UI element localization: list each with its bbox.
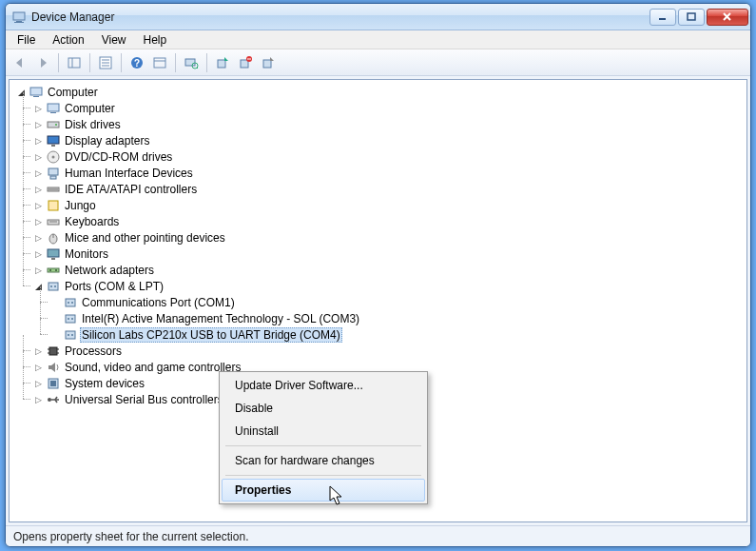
spacer	[49, 329, 61, 341]
toolbar-separator	[89, 53, 90, 72]
window-controls	[649, 9, 748, 26]
tree-category[interactable]: ▷ DVD/CD-ROM drives	[32, 148, 745, 165]
scan-hardware-button[interactable]	[181, 52, 202, 73]
svg-line-19	[197, 68, 198, 69]
action-button[interactable]	[149, 52, 170, 73]
svg-rect-36	[50, 176, 56, 179]
svg-rect-24	[263, 60, 271, 68]
expand-icon[interactable]: ▷	[32, 167, 44, 179]
tree-device[interactable]: Silicon Labs CP210x USB to UART Bridge (…	[49, 326, 745, 343]
node-label: Disk drives	[63, 118, 123, 131]
tree-category[interactable]: ▷ Monitors	[32, 246, 745, 262]
svg-point-47	[49, 269, 51, 271]
port-icon	[63, 295, 78, 310]
tree-category[interactable]: ▷ Computer	[32, 100, 745, 116]
expand-icon[interactable]: ▷	[32, 378, 44, 389]
svg-point-60	[71, 334, 73, 336]
svg-rect-15	[154, 58, 165, 68]
svg-rect-49	[48, 283, 58, 290]
svg-rect-4	[688, 13, 695, 20]
update-driver-button[interactable]	[212, 52, 233, 73]
collapse-icon[interactable]: ◢	[15, 87, 27, 98]
tree-category[interactable]: ▷ IDE ATA/ATAPI controllers	[32, 181, 745, 197]
tree-category[interactable]: ▷ Jungo	[32, 197, 745, 213]
expand-icon[interactable]: ▷	[32, 216, 44, 227]
svg-point-57	[71, 318, 73, 320]
expand-icon[interactable]: ▷	[32, 119, 44, 130]
svg-rect-17	[185, 59, 195, 66]
cm-update-driver[interactable]: Update Driver Software...	[222, 374, 425, 397]
tree-category[interactable]: ▷ Display adapters	[32, 132, 745, 148]
tree-category[interactable]: ▷ Mice and other pointing devices	[32, 229, 745, 246]
menu-help[interactable]: Help	[136, 31, 175, 49]
app-icon	[11, 10, 27, 25]
collapse-icon[interactable]: ◢	[32, 281, 44, 292]
expand-icon[interactable]: ▷	[32, 151, 44, 163]
svg-point-56	[68, 318, 69, 320]
toolbar-separator	[58, 53, 59, 72]
category-icon	[46, 344, 61, 359]
category-icon	[46, 166, 61, 181]
svg-rect-1	[16, 21, 22, 22]
svg-rect-29	[48, 122, 59, 128]
forward-button[interactable]	[32, 52, 53, 73]
maximize-button[interactable]	[678, 9, 705, 26]
tree-device[interactable]: Intel(R) Active Management Technology - …	[49, 310, 745, 326]
tree-category[interactable]: ▷ Keyboards	[32, 213, 745, 229]
tree-root[interactable]: ◢ Computer	[15, 84, 745, 100]
expand-icon[interactable]: ▷	[32, 184, 44, 195]
tree-device[interactable]: Communications Port (COM1)	[49, 294, 745, 310]
svg-rect-52	[66, 299, 75, 306]
svg-rect-39	[48, 201, 58, 210]
expand-icon[interactable]: ▷	[32, 345, 44, 357]
help-button[interactable]: ?	[126, 52, 147, 73]
show-hide-console-tree-button[interactable]	[64, 52, 85, 73]
expand-icon[interactable]: ▷	[32, 394, 44, 405]
svg-rect-7	[68, 58, 80, 68]
properties-button[interactable]	[95, 52, 116, 73]
menu-action[interactable]: Action	[45, 31, 91, 49]
expand-icon[interactable]: ▷	[32, 265, 44, 276]
expand-icon[interactable]: ▷	[32, 248, 44, 260]
category-icon	[46, 149, 61, 165]
disable-button[interactable]	[258, 52, 279, 73]
tree-category[interactable]: ◢ Ports (COM & LPT)	[32, 278, 745, 294]
category-icon	[46, 101, 61, 116]
category-icon	[46, 133, 61, 148]
svg-point-34	[52, 155, 55, 158]
category-icon	[46, 198, 61, 213]
statusbar: Opens property sheet for the current sel…	[6, 525, 750, 546]
cm-separator	[225, 445, 421, 446]
uninstall-button[interactable]	[235, 52, 256, 73]
tree-category[interactable]: ▷ Processors	[32, 343, 745, 359]
tree-category[interactable]: ▷ Disk drives	[32, 116, 745, 132]
tree-category[interactable]: ▷ Network adapters	[32, 262, 745, 278]
expand-icon[interactable]: ▷	[32, 135, 44, 147]
context-menu: Update Driver Software... Disable Uninst…	[219, 371, 428, 504]
node-label: Keyboards	[63, 215, 121, 228]
category-icon	[46, 360, 61, 375]
cm-properties[interactable]: Properties	[222, 479, 425, 502]
menu-file[interactable]: File	[10, 31, 43, 49]
node-label: Computer	[63, 102, 117, 115]
cm-uninstall[interactable]: Uninstall	[222, 420, 425, 443]
menubar: File Action View Help	[6, 30, 750, 49]
cm-scan[interactable]: Scan for hardware changes	[222, 449, 425, 472]
device-tree[interactable]: ◢ Computer ▷ Computer ▷ Disk drives ▷ Di…	[11, 84, 745, 407]
expand-icon[interactable]: ▷	[32, 232, 44, 244]
node-label: Intel(R) Active Management Technology - …	[80, 312, 361, 325]
svg-rect-67	[50, 381, 56, 386]
menu-view[interactable]: View	[94, 31, 134, 49]
svg-rect-44	[48, 249, 59, 257]
expand-icon[interactable]: ▷	[32, 200, 44, 211]
back-button[interactable]	[10, 52, 30, 73]
node-label: Sound, video and game controllers	[63, 361, 242, 374]
cm-disable[interactable]: Disable	[222, 397, 425, 420]
close-button[interactable]	[707, 9, 748, 26]
svg-point-50	[50, 285, 52, 287]
expand-icon[interactable]: ▷	[32, 362, 44, 373]
minimize-button[interactable]	[649, 9, 676, 26]
category-icon	[46, 182, 61, 197]
tree-category[interactable]: ▷ Human Interface Devices	[32, 165, 745, 181]
expand-icon[interactable]: ▷	[32, 103, 44, 114]
